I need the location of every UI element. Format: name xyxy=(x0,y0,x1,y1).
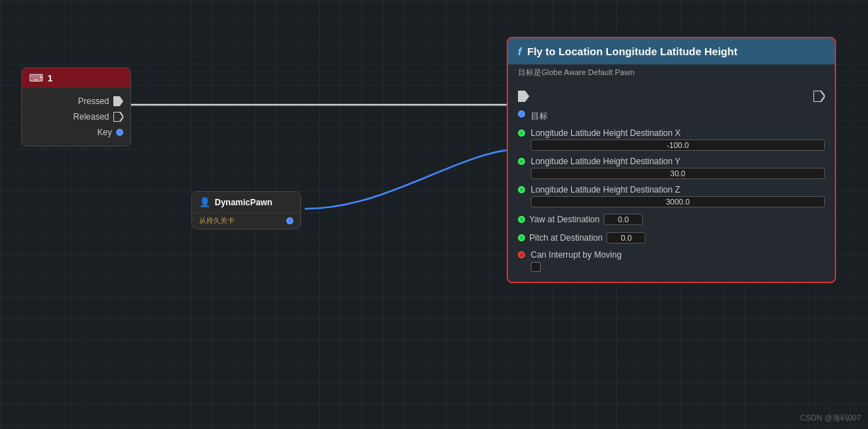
dest-y-pin xyxy=(518,158,525,165)
key-pin xyxy=(116,129,123,136)
svg-marker-4 xyxy=(813,91,825,102)
target-pin-row: 目标 xyxy=(508,108,835,125)
yaw-value[interactable]: 0.0 xyxy=(604,214,643,225)
pitch-row: Pitch at Destination 0.0 xyxy=(508,229,835,247)
target-label: 目标 xyxy=(531,110,825,122)
fly-node-title: Fly to Location Longitude Latitude Heigh… xyxy=(527,45,738,57)
dest-z-row: Longitude Latitude Height Destination Z … xyxy=(508,182,835,210)
dest-z-label: Longitude Latitude Height Destination Z xyxy=(531,185,825,195)
keyboard-icon: ⌨ xyxy=(29,72,43,84)
dest-x-label: Longitude Latitude Height Destination X xyxy=(531,128,825,138)
target-input-pin xyxy=(518,110,525,118)
dest-x-row: Longitude Latitude Height Destination X … xyxy=(508,125,835,154)
fly-node-subtitle: 目标是Globe Aware Default Pawn xyxy=(508,64,835,84)
pressed-label: Pressed xyxy=(78,96,109,106)
key-label: Key xyxy=(97,127,112,137)
dynamic-pawn-node[interactable]: 👤 DynamicPawn 从持久关卡 xyxy=(191,191,301,229)
yaw-row: Yaw at Destination 0.0 xyxy=(508,210,835,229)
pitch-value[interactable]: 0.0 xyxy=(607,232,646,244)
svg-marker-3 xyxy=(518,91,529,102)
dynamic-pawn-header: 👤 DynamicPawn xyxy=(192,192,300,213)
released-pin-row[interactable]: Released xyxy=(22,109,130,125)
dest-x-pin xyxy=(518,130,525,137)
dynamic-pawn-title: DynamicPawn xyxy=(215,198,272,207)
dynamic-pawn-subtitle: 从持久关卡 xyxy=(199,216,235,226)
keyboard-node-header: ⌨ 1 xyxy=(22,68,130,88)
blueprint-canvas[interactable]: ⌨ 1 Pressed Released Key xyxy=(0,0,868,429)
dest-y-label: Longitude Latitude Height Destination Y xyxy=(531,156,825,166)
svg-marker-1 xyxy=(113,96,123,106)
dest-y-value[interactable]: 30.0 xyxy=(531,168,825,179)
can-interrupt-row: Can Interrupt by Moving xyxy=(508,247,835,275)
pressed-exec-pin xyxy=(113,96,123,106)
pitch-pin xyxy=(518,234,525,241)
keyboard-node-body: Pressed Released Key xyxy=(22,88,130,146)
can-interrupt-checkbox[interactable] xyxy=(531,262,541,272)
fly-exec-row xyxy=(508,88,835,105)
dest-z-pin xyxy=(518,186,525,193)
watermark: CSDN @海码007 xyxy=(800,413,861,423)
dest-y-row: Longitude Latitude Height Destination Y … xyxy=(508,154,835,182)
fly-node-body: 目标 Longitude Latitude Height Destination… xyxy=(508,84,835,282)
fly-node-header: f Fly to Location Longitude Latitude Hei… xyxy=(508,38,835,64)
can-interrupt-label: Can Interrupt by Moving xyxy=(531,250,825,260)
dest-x-value[interactable]: -100.0 xyxy=(531,139,825,151)
pawn-output-pin xyxy=(286,217,293,224)
fly-to-location-node[interactable]: f Fly to Location Longitude Latitude Hei… xyxy=(507,37,836,283)
can-interrupt-pin xyxy=(518,251,525,258)
pawn-icon: 👤 xyxy=(199,197,210,207)
pitch-label: Pitch at Destination xyxy=(529,233,602,243)
released-label: Released xyxy=(73,112,109,122)
released-exec-pin xyxy=(113,112,123,122)
yaw-pin xyxy=(518,216,525,223)
pressed-pin-row[interactable]: Pressed xyxy=(22,93,130,109)
fly-exec-out-pin xyxy=(813,91,825,102)
fly-exec-in-pin xyxy=(518,91,529,102)
key-pin-row[interactable]: Key xyxy=(22,125,130,140)
func-icon: f xyxy=(518,45,522,57)
keyboard-node[interactable]: ⌨ 1 Pressed Released Key xyxy=(21,67,131,147)
yaw-label: Yaw at Destination xyxy=(529,214,599,224)
dest-z-value[interactable]: 3000.0 xyxy=(531,196,825,207)
svg-marker-2 xyxy=(113,112,123,122)
keyboard-node-title: 1 xyxy=(47,73,52,84)
